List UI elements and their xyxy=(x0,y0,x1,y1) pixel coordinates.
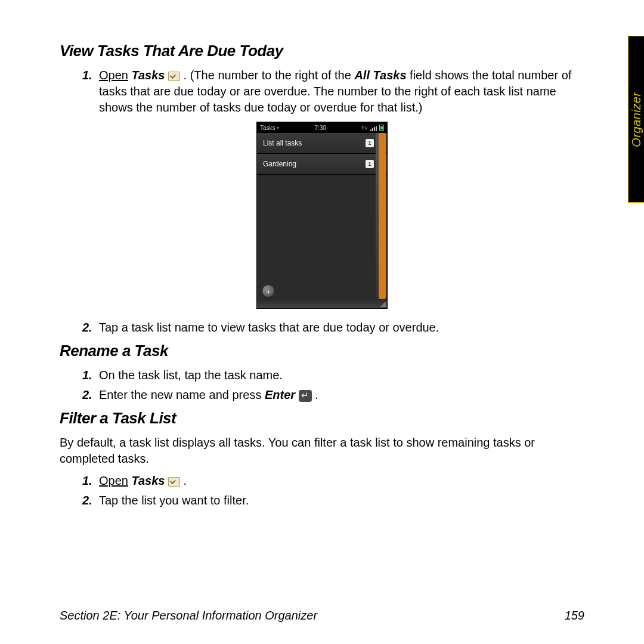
step-text: Tap the list you want to filter. xyxy=(99,494,249,507)
side-tab-organizer: Organizer xyxy=(628,36,644,203)
steps-view-tasks-2: 2. Tap a task list name to view tasks th… xyxy=(82,320,584,336)
tasks-icon xyxy=(168,477,180,487)
step-item: 2. Enter the new name and press Enter . xyxy=(82,387,584,403)
step-number: 2. xyxy=(82,320,92,336)
open-link[interactable]: Open xyxy=(99,69,128,82)
enter-label: Enter xyxy=(265,388,295,401)
step-text: . xyxy=(315,388,318,401)
battery-icon xyxy=(379,125,384,131)
step-text: . xyxy=(184,474,187,487)
chevron-down-icon: ▾ xyxy=(277,125,279,131)
step-number: 1. xyxy=(82,367,92,383)
phone-app-name: Tasks xyxy=(260,125,275,131)
enter-key-icon xyxy=(299,390,312,402)
phone-list-row[interactable]: List all tasks 1 xyxy=(257,133,387,154)
phone-row-count: 1 xyxy=(366,139,374,147)
step-text: Enter the new name and press xyxy=(99,388,265,401)
all-tasks-label: All Tasks xyxy=(354,69,406,82)
add-button[interactable]: + xyxy=(262,284,275,298)
heading-filter-task-list: Filter a Task List xyxy=(60,409,584,428)
footer-section-title: Section 2E: Your Personal Information Or… xyxy=(60,609,317,623)
step-item: 2. Tap the list you want to filter. xyxy=(82,493,584,509)
phone-row-label: Gardening xyxy=(263,160,296,168)
phone-body xyxy=(257,175,387,308)
open-link[interactable]: Open xyxy=(99,474,128,487)
tasks-label: Tasks xyxy=(132,69,165,82)
page-footer: Section 2E: Your Personal Information Or… xyxy=(60,609,584,623)
step-number: 1. xyxy=(82,473,92,489)
ev-icon: Ev xyxy=(362,125,367,131)
heading-rename-task: Rename a Task xyxy=(60,342,584,360)
phone-list-row[interactable]: Gardening 1 xyxy=(257,154,387,175)
phone-scrollbar[interactable] xyxy=(379,133,386,299)
step-number: 2. xyxy=(82,493,92,509)
step-item: 1. On the task list, tap the task name. xyxy=(82,367,584,383)
phone-row-count: 1 xyxy=(366,160,374,168)
step-item: 1. Open Tasks . (The number to the right… xyxy=(82,67,584,116)
signal-icon xyxy=(370,125,377,131)
heading-view-tasks: View Tasks That Are Due Today xyxy=(60,42,584,60)
footer-page-number: 159 xyxy=(565,609,584,623)
steps-rename: 1. On the task list, tap the task name. … xyxy=(82,367,584,403)
step-item: 2. Tap a task list name to view tasks th… xyxy=(82,320,584,336)
phone-bottom-bar xyxy=(257,299,387,308)
phone-screenshot: Tasks ▾ 7:30 Ev List all tasks 1 Gardeni… xyxy=(256,122,388,309)
step-number: 1. xyxy=(82,67,92,83)
phone-row-label: List all tasks xyxy=(263,139,302,147)
step-text: . (The number to the right of the xyxy=(184,69,355,82)
tasks-label: Tasks xyxy=(132,474,165,487)
steps-filter: 1. Open Tasks . 2. Tap the list you want… xyxy=(82,473,584,509)
steps-view-tasks: 1. Open Tasks . (The number to the right… xyxy=(82,67,584,116)
phone-time: 7:30 xyxy=(314,125,326,131)
phone-status-bar: Tasks ▾ 7:30 Ev xyxy=(257,122,387,133)
step-item: 1. Open Tasks . xyxy=(82,473,584,489)
step-number: 2. xyxy=(82,387,92,403)
resize-icon xyxy=(380,301,386,307)
step-text: On the task list, tap the task name. xyxy=(99,369,283,382)
tasks-icon xyxy=(168,72,180,81)
side-tab-label: Organizer xyxy=(630,92,643,147)
step-text: Tap a task list name to view tasks that … xyxy=(99,321,439,334)
filter-intro: By default, a task list displays all tas… xyxy=(60,435,584,467)
